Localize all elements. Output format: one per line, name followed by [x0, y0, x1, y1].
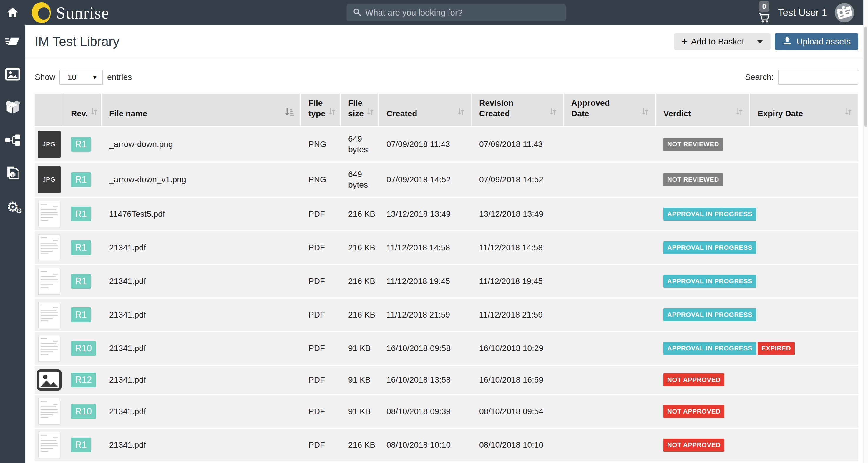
verdict-cell: NOT APPROVED [656, 402, 750, 421]
column-header-created[interactable]: Created [379, 94, 471, 126]
file-type-cell: PDF [301, 273, 341, 289]
asset-row[interactable]: JPGR1_arrow-down.pngPNG649 bytes07/09/20… [35, 127, 858, 163]
thumbnail-cell [35, 395, 63, 428]
pdf-thumbnail[interactable] [38, 335, 60, 362]
pdf-thumbnail[interactable] [38, 398, 60, 425]
verdict-cell: APPROVAL IN PROGRESS [656, 339, 750, 358]
verdict-badge: APPROVAL IN PROGRESS [663, 308, 756, 321]
revision-cell: R12 [63, 370, 101, 390]
asset-row[interactable]: R1021341.pdfPDF91 KB08/10/2018 09:3908/1… [35, 395, 858, 429]
thumbnail-cell [35, 231, 63, 264]
jpg-thumbnail[interactable]: JPG [38, 166, 61, 193]
global-search-box[interactable]: What are you looking for? [347, 4, 566, 21]
upload-icon [782, 36, 797, 47]
sunrise-logo-icon [32, 2, 51, 23]
revision-created-cell: 08/10/2018 10:10 [471, 437, 564, 453]
column-header-file-size[interactable]: File size [341, 94, 379, 126]
sidebar-item-assets[interactable] [0, 25, 25, 58]
file-size-cell: 91 KB [341, 372, 379, 388]
basket-button[interactable]: 0 [758, 1, 770, 24]
revision-badge: R1 [71, 207, 91, 222]
vertical-scrollbar[interactable] [863, 0, 868, 463]
id-card-icon [836, 5, 853, 21]
expiry-cell [750, 312, 858, 318]
upload-assets-button[interactable]: Upload assets [775, 33, 858, 50]
file-size-cell: 91 KB [341, 403, 379, 420]
table-search-input[interactable] [778, 69, 858, 85]
revision-created-cell: 07/09/2018 11:43 [471, 137, 564, 152]
column-header-rev-[interactable]: Rev. [63, 94, 101, 126]
column-header-expiry-date[interactable]: Expiry Date [750, 94, 858, 126]
asset-row[interactable]: R121341.pdfPDF216 KB11/12/2018 19:4511/1… [35, 265, 858, 299]
sort-icon [641, 108, 649, 119]
pdf-thumbnail[interactable] [38, 234, 60, 261]
pdf-thumbnail[interactable] [38, 301, 60, 328]
revision-created-cell: 11/12/2018 21:59 [471, 307, 564, 322]
user-avatar[interactable] [835, 3, 854, 22]
created-cell: 13/12/2018 13:49 [379, 206, 471, 222]
search-label: Search: [745, 73, 774, 82]
revision-created-cell: 11/12/2018 14:58 [471, 240, 564, 255]
add-to-basket-button[interactable]: + Add to Basket [674, 33, 771, 50]
revision-created-cell: 16/10/2018 16:59 [471, 372, 564, 387]
revision-cell: R1 [63, 169, 101, 190]
sort-icon [735, 108, 744, 119]
image-placeholder-icon[interactable] [37, 369, 62, 391]
column-header-file-name[interactable]: File name [101, 94, 301, 126]
expiry-cell [750, 442, 858, 448]
page-length-select[interactable]: 10 ▼ [59, 69, 103, 85]
column-label: Verdict [663, 108, 691, 119]
brand-name: Sunrise [56, 3, 109, 23]
gears: ⚙⚙ [6, 207, 19, 213]
verdict-cell: APPROVAL IN PROGRESS [656, 238, 750, 257]
sidebar-item-image-library[interactable] [0, 58, 25, 91]
select-caret-icon: ▼ [92, 74, 98, 81]
column-header-revision-created[interactable]: Revision Created [471, 94, 564, 126]
column-label: Approved Date [571, 98, 630, 119]
verdict-badge: APPROVAL IN PROGRESS [663, 342, 756, 355]
asset-row[interactable]: JPGR1_arrow-down_v1.pngPNG649 bytes07/09… [35, 163, 858, 198]
file-name-cell: 21341.pdf [101, 240, 301, 255]
brand-logo[interactable]: Sunrise [32, 2, 109, 23]
add-to-basket-caret-icon[interactable] [757, 40, 763, 43]
asset-row[interactable]: R1221341.pdfPDF91 KB16/10/2018 13:5816/1… [35, 366, 858, 395]
revision-cell: R1 [63, 134, 101, 155]
revision-cell: R1 [63, 204, 101, 225]
pdf-thumbnail[interactable] [38, 268, 60, 294]
pdf-thumbnail[interactable] [38, 432, 60, 458]
sidebar-item-box[interactable] [0, 91, 25, 124]
sidebar-item-settings[interactable]: ⚙⚙ [0, 190, 25, 223]
sort-icon [366, 108, 374, 119]
assets-table: Rev.File nameFile typeFile sizeCreatedRe… [35, 94, 858, 462]
approved-date-cell [564, 346, 656, 351]
asset-row[interactable]: R121341.pdfPDF216 KB08/10/2018 10:1008/1… [35, 429, 858, 462]
home-button[interactable] [0, 0, 25, 25]
pdf-thumbnail[interactable] [38, 201, 60, 227]
sidebar-nav: ⚙⚙ [0, 25, 25, 463]
thumbnail-cell: JPG [35, 128, 63, 161]
file-type-cell: PDF [301, 341, 341, 356]
column-header-thumbnail [35, 94, 63, 126]
thumbnail-cell [35, 198, 63, 230]
thumbnail-cell [35, 366, 63, 394]
verdict-cell: APPROVAL IN PROGRESS [656, 306, 750, 324]
file-type-cell: PDF [301, 404, 341, 419]
user-name: Test User 1 [778, 7, 827, 18]
sidebar-item-sitemap[interactable] [0, 124, 25, 157]
approved-date-cell [564, 278, 656, 284]
asset-row[interactable]: R111476Test5.pdfPDF216 KB13/12/2018 13:4… [35, 198, 858, 231]
file-name-cell: 21341.pdf [101, 307, 301, 322]
approved-date-cell [564, 211, 656, 217]
table-controls: Show 10 ▼ entries Search: [25, 58, 868, 94]
scrollbar-thumb[interactable] [865, 27, 867, 127]
asset-row[interactable]: R1021341.pdfPDF91 KB16/10/2018 09:5816/1… [35, 332, 858, 366]
sort-icon [90, 108, 98, 119]
expiry-cell [750, 278, 858, 284]
sidebar-item-asset-file[interactable] [0, 157, 25, 190]
asset-row[interactable]: R121341.pdfPDF216 KB11/12/2018 21:5911/1… [35, 299, 858, 332]
column-header-approved-date[interactable]: Approved Date [564, 94, 656, 126]
column-header-file-type[interactable]: File type [301, 94, 341, 126]
column-header-verdict[interactable]: Verdict [656, 94, 750, 126]
asset-row[interactable]: R121341.pdfPDF216 KB11/12/2018 14:5811/1… [35, 231, 858, 265]
jpg-thumbnail[interactable]: JPG [38, 131, 61, 158]
